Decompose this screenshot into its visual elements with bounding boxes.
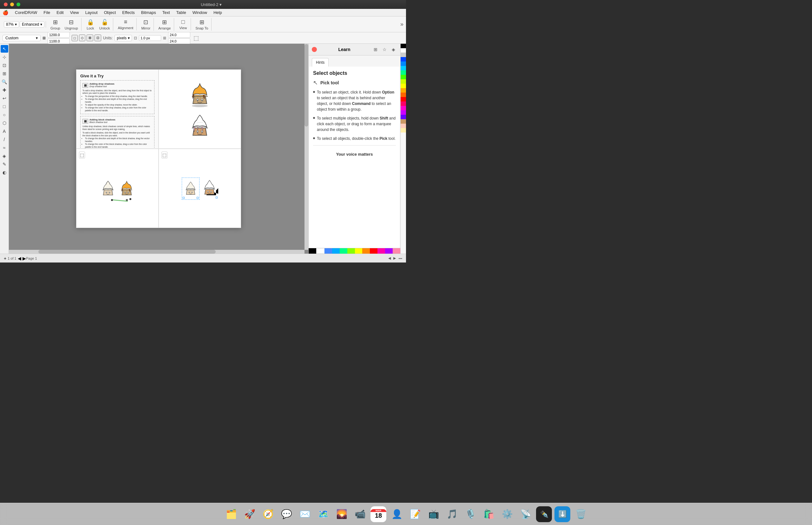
transform-btn3[interactable]: ⊞ [87, 34, 93, 41]
menu-text[interactable]: Text [160, 10, 173, 16]
polygon-tool-btn[interactable]: ⬡ [1, 119, 8, 127]
width-field[interactable]: 1200.0 [48, 32, 70, 38]
color-swatch[interactable] [309, 248, 316, 254]
palette-swatch[interactable] [401, 115, 406, 119]
menu-window[interactable]: Window [190, 10, 210, 16]
nav-next-btn[interactable]: ▶ [23, 256, 26, 261]
palette-swatch[interactable] [401, 97, 406, 102]
maximize-button[interactable] [16, 2, 20, 6]
view-mode-selector[interactable]: Enhanced ▾ [20, 21, 44, 28]
palette-swatch[interactable] [401, 88, 406, 93]
panel-close-button[interactable]: × [312, 47, 317, 52]
pick-tool-btn[interactable]: ↖ [1, 45, 8, 52]
mirror-button[interactable]: ⊡ Mirror [139, 18, 152, 31]
height-field[interactable]: 1100.0 [48, 39, 70, 44]
palette-swatch[interactable] [401, 57, 406, 61]
paint-tool-btn[interactable]: ◈ [1, 152, 8, 160]
brush-tool-btn[interactable]: ≈ [1, 144, 8, 152]
color-swatch[interactable] [385, 248, 393, 254]
menu-view[interactable]: View [68, 10, 82, 16]
ellipse-tool-btn[interactable]: ○ [1, 111, 8, 119]
menu-object[interactable]: Object [102, 10, 119, 16]
rect-tool-btn[interactable]: □ [1, 103, 8, 110]
preset-selector[interactable]: Custom ▾ [2, 35, 41, 41]
color-swatch[interactable] [316, 248, 324, 254]
eyedropper-tool-btn[interactable]: ✎ [1, 161, 8, 168]
color-swatch[interactable] [324, 248, 332, 254]
menu-effects[interactable]: Effects [120, 10, 137, 16]
color-swatch[interactable] [355, 248, 363, 254]
h2-field[interactable]: 24.0 [168, 39, 190, 44]
transform-btn1[interactable]: □ [72, 35, 78, 41]
color-swatch[interactable] [332, 248, 340, 254]
color-swatch[interactable] [378, 248, 385, 254]
menu-file[interactable]: File [41, 10, 53, 16]
menu-table[interactable]: Table [174, 10, 189, 16]
palette-swatch[interactable] [401, 106, 406, 110]
menu-corel[interactable]: CorelDRAW [12, 10, 40, 16]
block-handle[interactable] [216, 197, 218, 198]
transform-btn4[interactable]: ⊡ [94, 34, 101, 41]
v-scroll-thumb[interactable] [305, 44, 308, 126]
palette-swatch[interactable] [401, 79, 406, 84]
apple-menu[interactable]: 🍎 [2, 10, 9, 16]
palette-swatch[interactable] [401, 128, 406, 133]
panel-icon3[interactable]: ◈ [389, 46, 397, 53]
add-page-btn[interactable]: + [4, 256, 6, 261]
palette-swatch[interactable] [401, 48, 406, 52]
nav-prev-btn[interactable]: ◀ [18, 256, 21, 261]
h-scroll-thumb[interactable] [39, 250, 216, 254]
color-swatch[interactable] [362, 248, 370, 254]
w2-field[interactable]: 24.0 [168, 32, 190, 38]
handle-tr[interactable] [197, 197, 198, 199]
menu-edit[interactable]: Edit [54, 10, 66, 16]
arrange-button[interactable]: ⊞ Arrange [157, 18, 173, 31]
palette-swatch[interactable] [401, 93, 406, 97]
panel-icon2[interactable]: ☆ [381, 46, 388, 53]
palette-swatch[interactable] [401, 52, 406, 57]
select-shape-btn[interactable]: ⬚ [193, 34, 199, 42]
block-panel-tool-icon[interactable]: ⬚ [161, 152, 167, 159]
color-swatch[interactable] [393, 248, 400, 254]
interactive-fill-btn[interactable]: ◐ [1, 169, 8, 176]
page-nav-btn[interactable]: ◀ [388, 256, 391, 260]
freehand-tool-btn[interactable]: ✚ [1, 86, 8, 94]
hints-tab[interactable]: Hints [312, 58, 329, 66]
units-selector[interactable]: pixels ▾ [115, 35, 132, 41]
v-scrollbar[interactable] [305, 44, 308, 250]
handle-tl[interactable] [183, 197, 184, 199]
zoom-tool-btn[interactable]: 🔍 [1, 78, 8, 86]
unlock-button[interactable]: 🔓 Unlock [98, 18, 112, 31]
menu-help[interactable]: Help [211, 10, 224, 16]
minimize-button[interactable] [10, 2, 14, 6]
close-button[interactable] [4, 2, 8, 6]
node-tool-btn[interactable]: ⊹ [1, 53, 8, 61]
palette-swatch[interactable] [401, 75, 406, 79]
transform-btn2[interactable]: ◇ [79, 34, 85, 41]
canvas-area[interactable]: Give it a Try 🔳 Adding drop shadows Drop… [9, 44, 308, 254]
page-nav-btn2[interactable]: ▶ [393, 256, 396, 260]
curve-tool-btn[interactable]: ↩ [1, 94, 8, 102]
stroke-field[interactable]: 1.0 px [139, 35, 161, 41]
alignment-button[interactable]: ≡ Alignment [116, 18, 135, 30]
menu-bitmaps[interactable]: Bitmaps [138, 10, 159, 16]
palette-swatch[interactable] [401, 102, 406, 106]
menu-layout[interactable]: Layout [83, 10, 100, 16]
palette-swatch[interactable] [401, 84, 406, 88]
view-button[interactable]: □ View [177, 18, 189, 30]
more-btn[interactable]: ••• [398, 256, 402, 260]
panel-icon1[interactable]: ⊞ [372, 46, 379, 53]
ungroup-button[interactable]: ⊟ Ungroup [63, 18, 80, 31]
palette-swatch[interactable] [401, 119, 406, 124]
color-swatch[interactable] [347, 248, 355, 254]
snap-button[interactable]: ⊞ Snap To [193, 18, 210, 31]
pen-tool-btn[interactable]: / [1, 136, 8, 143]
color-swatch[interactable] [370, 248, 378, 254]
canvas-scroll[interactable]: Give it a Try 🔳 Adding drop shadows Drop… [9, 44, 308, 254]
palette-swatch[interactable] [401, 66, 406, 70]
palette-swatch[interactable] [401, 70, 406, 75]
palette-swatch[interactable] [401, 124, 406, 128]
transform-tool-btn[interactable]: ⊡ [1, 61, 8, 69]
palette-swatch[interactable] [401, 61, 406, 66]
zoom-selector[interactable]: 87% ▾ [4, 21, 19, 28]
